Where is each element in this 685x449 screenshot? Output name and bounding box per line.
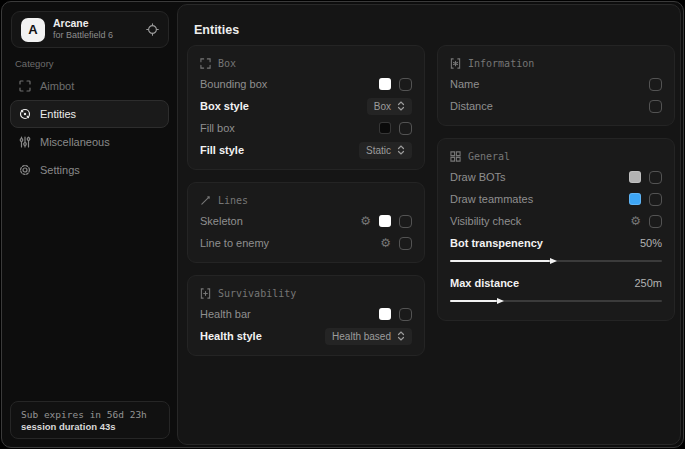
slider-fill [450, 260, 550, 263]
health-bar-checkbox[interactable] [399, 308, 412, 321]
slider-thumb[interactable] [497, 298, 504, 304]
gear-icon[interactable]: ⚙ [630, 215, 641, 227]
row-bounding-box: Bounding box [200, 73, 412, 95]
row-label: Skeleton [200, 215, 243, 227]
main-panel: Entities Box Bounding box [177, 4, 681, 445]
information-icon [450, 58, 461, 69]
row-name: Name [450, 73, 662, 95]
box-style-dropdown[interactable]: Box [367, 98, 412, 115]
right-column: Information Name Distance General [437, 45, 675, 356]
aimbot-icon [18, 80, 31, 92]
card-general: General Draw BOTs Draw teammates [437, 138, 675, 321]
sidebar-item-aimbot[interactable]: Aimbot [10, 72, 169, 100]
row-label: Health bar [200, 308, 251, 320]
row-draw-teammates: Draw teammates [450, 188, 662, 210]
dropdown-value: Box [374, 101, 391, 112]
sidebar-item-label: Aimbot [40, 80, 74, 92]
name-checkbox[interactable] [649, 78, 662, 91]
card-box-header: Box [200, 53, 412, 73]
visibility-check-checkbox[interactable] [649, 215, 662, 228]
dropdown-value: Health based [332, 331, 391, 342]
row-line-to-enemy: Line to enemy ⚙ [200, 232, 412, 254]
brand-avatar: A [21, 18, 45, 42]
card-title: Lines [218, 195, 248, 206]
brand-text: Arcane for Battlefield 6 [53, 17, 138, 41]
health-style-dropdown[interactable]: Health based [325, 328, 412, 345]
card-title: General [468, 151, 510, 162]
sidebar: A Arcane for Battlefield 6 Category Aimb… [2, 2, 177, 447]
row-label: Max distance [450, 277, 519, 289]
sliders-icon [18, 136, 31, 148]
row-bot-transparency: Bot transpenency 50% [450, 232, 662, 254]
row-fill-box: Fill box [200, 117, 412, 139]
max-distance-slider[interactable] [450, 296, 662, 306]
category-label: Category [15, 58, 54, 69]
row-label: Bounding box [200, 78, 267, 90]
row-label: Visibility check [450, 215, 521, 227]
card-columns: Box Bounding box Box style Box [187, 45, 675, 356]
gear-icon[interactable]: ⚙ [380, 237, 391, 249]
sidebar-item-settings[interactable]: Settings [10, 156, 169, 184]
crosshair-icon[interactable] [146, 23, 159, 36]
row-label: Health style [200, 330, 262, 342]
row-health-style: Health style Health based [200, 325, 412, 347]
sidebar-item-miscellaneous[interactable]: Miscellaneous [10, 128, 169, 156]
card-general-header: General [450, 146, 662, 166]
sidebar-item-label: Entities [40, 108, 76, 120]
chevron-updown-icon [397, 331, 405, 341]
row-label: Box style [200, 100, 249, 112]
slider-track[interactable] [450, 260, 662, 263]
chevron-updown-icon [397, 101, 405, 111]
card-box: Box Bounding box Box style Box [187, 45, 425, 170]
fill-style-dropdown[interactable]: Static [359, 142, 412, 159]
row-label: Bot transpenency [450, 237, 543, 249]
fill-box-checkbox[interactable] [399, 122, 412, 135]
page-title: Entities [194, 23, 239, 37]
card-survivability: Survivability Health bar Health style He… [187, 275, 425, 356]
card-title: Box [218, 58, 236, 69]
row-label: Line to enemy [200, 237, 269, 249]
draw-bots-checkbox[interactable] [649, 171, 662, 184]
sidebar-item-entities[interactable]: Entities [10, 100, 169, 128]
slider-thumb[interactable] [550, 258, 557, 264]
row-label: Distance [450, 100, 493, 112]
gear-icon[interactable]: ⚙ [360, 215, 371, 227]
card-lines: Lines Skeleton ⚙ Line to enemy ⚙ [187, 182, 425, 263]
row-max-distance: Max distance 250m [450, 272, 662, 294]
row-label: Name [450, 78, 479, 90]
row-draw-bots: Draw BOTs [450, 166, 662, 188]
row-health-bar: Health bar [200, 303, 412, 325]
card-title: Survivability [218, 288, 296, 299]
card-title: Information [468, 58, 534, 69]
skeleton-checkbox[interactable] [399, 215, 412, 228]
row-skeleton: Skeleton ⚙ [200, 210, 412, 232]
distance-checkbox[interactable] [649, 100, 662, 113]
card-information: Information Name Distance [437, 45, 675, 126]
line-icon [200, 195, 211, 206]
color-swatch[interactable] [379, 78, 391, 90]
card-survivability-header: Survivability [200, 283, 412, 303]
sidebar-nav: Aimbot Entities Miscellaneous Settings [10, 72, 169, 184]
row-label: Fill style [200, 144, 244, 156]
color-swatch[interactable] [379, 215, 391, 227]
entities-icon [18, 108, 31, 120]
color-swatch[interactable] [379, 308, 391, 320]
box-icon [200, 58, 211, 69]
row-box-style: Box style Box [200, 95, 412, 117]
dropdown-value: Static [366, 145, 391, 156]
color-swatch[interactable] [629, 171, 641, 183]
color-swatch[interactable] [629, 193, 641, 205]
slider-value: 250m [634, 277, 662, 289]
draw-teammates-checkbox[interactable] [649, 193, 662, 206]
gear-icon [18, 164, 31, 176]
sidebar-item-label: Settings [40, 164, 80, 176]
row-label: Draw BOTs [450, 171, 506, 183]
card-information-header: Information [450, 53, 662, 73]
bounding-box-checkbox[interactable] [399, 78, 412, 91]
slider-track[interactable] [450, 300, 662, 303]
left-column: Box Bounding box Box style Box [187, 45, 425, 356]
row-label: Draw teammates [450, 193, 533, 205]
line-to-enemy-checkbox[interactable] [399, 237, 412, 250]
bot-transparency-slider[interactable] [450, 256, 662, 266]
color-swatch[interactable] [379, 122, 391, 134]
